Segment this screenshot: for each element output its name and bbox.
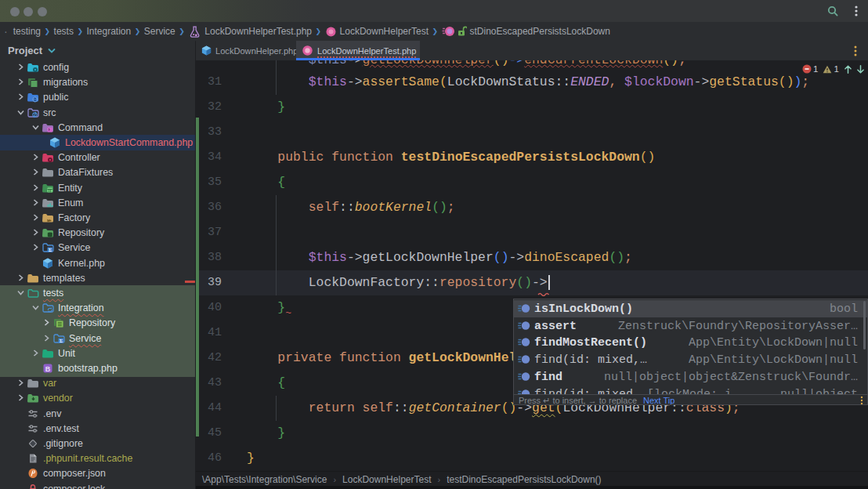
svg-text:Σ: Σ bbox=[49, 247, 52, 252]
svg-text:B: B bbox=[45, 365, 51, 373]
svg-text:Σ: Σ bbox=[60, 338, 63, 343]
